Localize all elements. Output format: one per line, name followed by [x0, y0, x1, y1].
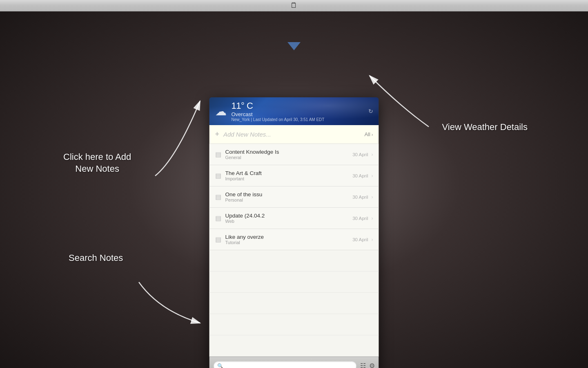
note-icon: ▤ — [215, 172, 221, 180]
add-plus-icon: + — [215, 130, 220, 139]
note-icon: ▤ — [215, 150, 221, 158]
list-icon[interactable]: ☷ — [360, 362, 366, 368]
all-label[interactable]: All › — [364, 131, 373, 137]
widget-pointer — [287, 42, 301, 50]
note-title: Content Knowledge Is — [225, 149, 353, 155]
notebook-icon: 🗒 — [290, 1, 298, 10]
add-notes-placeholder: Add New Notes... — [223, 131, 364, 138]
refresh-icon[interactable]: ↻ — [368, 108, 373, 114]
note-content: One of the issu Personal — [225, 191, 353, 202]
search-bar[interactable]: 🔍 — [214, 361, 357, 368]
note-title: Update (24.04.2 — [225, 213, 353, 219]
note-chevron-icon: › — [372, 194, 373, 200]
notes-widget: ☁ 11° C Overcast New_York | Last Updated… — [209, 97, 379, 368]
note-content: Like any overze Tutorial — [225, 234, 353, 245]
notes-list: ▤ Content Knowledge Is General 30 April … — [209, 144, 379, 357]
menu-bar: 🗒 — [0, 0, 588, 11]
weather-info: 11° C Overcast New_York | Last Updated o… — [232, 101, 368, 122]
note-date: 30 April — [352, 195, 368, 200]
annotation-weather-details: View Weather Details — [442, 122, 528, 132]
note-title: The Art & Craft — [225, 170, 353, 176]
all-chevron-icon: › — [372, 132, 373, 137]
note-date: 30 April — [352, 237, 368, 242]
note-category: Tutorial — [225, 240, 353, 245]
note-chevron-icon: › — [372, 173, 373, 179]
note-category: Important — [225, 176, 353, 181]
empty-row — [209, 272, 379, 293]
search-icon: 🔍 — [217, 363, 223, 368]
weather-temperature: 11° C — [232, 101, 368, 111]
empty-row — [209, 250, 379, 272]
note-category: General — [225, 155, 353, 160]
add-notes-row[interactable]: + Add New Notes... All › — [209, 125, 379, 144]
note-title: One of the issu — [225, 191, 353, 197]
note-icon: ▤ — [215, 214, 221, 222]
note-chevron-icon: › — [372, 215, 373, 221]
note-row[interactable]: ▤ The Art & Craft Important 30 April › — [209, 165, 379, 186]
note-content: Update (24.04.2 Web — [225, 213, 353, 224]
cloud-icon: ☁ — [215, 105, 227, 118]
weather-condition: Overcast — [232, 111, 368, 117]
empty-rows — [209, 250, 379, 357]
note-row[interactable]: ▤ One of the issu Personal 30 April › — [209, 186, 379, 208]
note-date: 30 April — [352, 173, 368, 178]
note-content: The Art & Craft Important — [225, 170, 353, 181]
bottom-toolbar: 🔍 ☷ ⚙ — [209, 357, 379, 368]
weather-header[interactable]: ☁ 11° C Overcast New_York | Last Updated… — [209, 97, 379, 125]
note-content: Content Knowledge Is General — [225, 149, 353, 160]
note-category: Personal — [225, 197, 353, 202]
note-title: Like any overze — [225, 234, 353, 240]
empty-row — [209, 293, 379, 314]
note-row[interactable]: ▤ Like any overze Tutorial 30 April › — [209, 229, 379, 250]
empty-row — [209, 314, 379, 335]
note-date: 30 April — [352, 152, 368, 157]
weather-location: New_York | Last Updated on April 30, 3:5… — [232, 117, 368, 122]
note-chevron-icon: › — [372, 152, 373, 157]
annotation-search-notes: Search Notes — [69, 253, 123, 263]
note-chevron-icon: › — [372, 237, 373, 242]
empty-row — [209, 335, 379, 357]
search-input[interactable] — [225, 363, 353, 368]
note-date: 30 April — [352, 216, 368, 221]
note-row[interactable]: ▤ Content Knowledge Is General 30 April … — [209, 144, 379, 165]
note-icon: ▤ — [215, 236, 221, 243]
note-icon: ▤ — [215, 193, 221, 201]
note-category: Web — [225, 219, 353, 224]
gear-icon[interactable]: ⚙ — [369, 362, 375, 368]
note-row[interactable]: ▤ Update (24.04.2 Web 30 April › — [209, 208, 379, 229]
annotation-add-notes: Click here to AddNew Notes — [63, 151, 131, 175]
